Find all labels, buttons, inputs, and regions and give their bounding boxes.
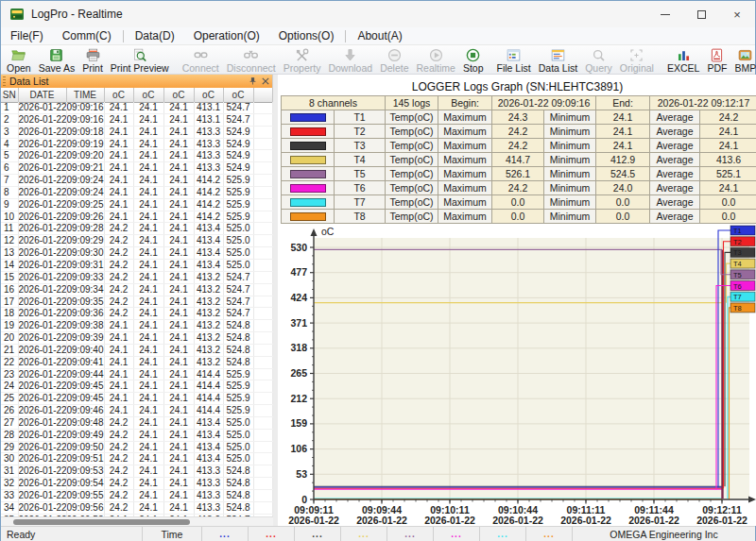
data-list-panel-title: Data List: [9, 76, 48, 87]
data-list-row[interactable]: 212026-01-2209:09:4024.124.124.1413.2524…: [1, 344, 273, 356]
data-list-row[interactable]: 72026-01-2209:09:2424.124.124.1414.2525.…: [1, 175, 273, 187]
maximize-button[interactable]: [683, 1, 719, 27]
column-header[interactable]: SN: [1, 88, 18, 102]
cell: 24.2: [104, 453, 133, 465]
bmp-button[interactable]: BMP: [730, 45, 756, 74]
pin-icon[interactable]: [249, 76, 257, 86]
data-list-row[interactable]: 252026-01-2209:09:4524.124.124.1414.4525…: [1, 393, 273, 405]
data-list-row[interactable]: 92026-01-2209:09:2524.124.124.1414.2525.…: [1, 198, 273, 211]
data-list-panel: Data List SNDATETIMEoCoCoCoCoC 12026-01-…: [1, 75, 273, 526]
svg-text:477: 477: [290, 266, 307, 278]
panel-close-icon[interactable]: [262, 77, 269, 85]
data-list-row[interactable]: 162026-01-2209:09:3424.224.124.1413.2524…: [1, 283, 273, 296]
cell: 24.2: [104, 223, 133, 235]
cell: [253, 405, 273, 417]
open-button[interactable]: Open: [3, 45, 35, 74]
cell: 2026-01-22: [18, 501, 66, 514]
save-as-button[interactable]: Save As: [35, 45, 79, 74]
cell: 2026-01-22: [18, 453, 66, 465]
data-list-row[interactable]: 232026-01-2209:09:4424.124.124.1414.4525…: [1, 368, 273, 380]
print-button[interactable]: Print: [78, 45, 107, 74]
data-list-row[interactable]: 62026-01-2209:09:2124.124.124.1413.3524.…: [1, 162, 273, 175]
cell: 524.8: [223, 478, 253, 490]
column-header[interactable]: oC: [163, 88, 194, 102]
column-header[interactable]: oC: [223, 88, 253, 102]
excel-button[interactable]: EXCEL: [663, 45, 703, 74]
data-list-row[interactable]: 132026-01-2209:09:3024.224.124.1413.4525…: [1, 247, 273, 260]
cell: 24.1: [133, 113, 163, 126]
data-list-button[interactable]: Data List: [535, 45, 581, 74]
toolbar-button-label: Property: [284, 63, 321, 74]
data-list-row[interactable]: 102026-01-2209:09:2624.124.124.1414.2525…: [1, 211, 273, 223]
menu-file[interactable]: File(F): [1, 28, 53, 43]
data-list-row[interactable]: 282026-01-2209:09:4924.224.124.1413.4525…: [1, 429, 273, 441]
status-ready: Ready: [1, 527, 143, 541]
data-list-row[interactable]: 222026-01-2209:09:4124.124.124.1413.2524…: [1, 356, 273, 368]
data-list-row[interactable]: 42026-01-2209:09:1924.124.124.1413.3524.…: [1, 138, 273, 150]
menu-data[interactable]: Data(D): [126, 28, 184, 43]
data-list-row[interactable]: 52026-01-2209:09:2024.124.124.1413.3524.…: [1, 150, 273, 162]
column-header[interactable]: oC: [133, 88, 163, 102]
column-header[interactable]: oC: [104, 88, 133, 102]
data-list-row[interactable]: 292026-01-2209:09:5024.224.124.1413.4525…: [1, 441, 273, 453]
minimize-button[interactable]: [647, 1, 683, 27]
cell: 414.4: [194, 405, 223, 417]
data-list-row[interactable]: 32026-01-2209:09:1824.124.124.1413.3524.…: [1, 126, 273, 138]
data-list-table[interactable]: 12026-01-2209:09:1624.124.124.1413.1524.…: [1, 102, 273, 516]
menu-options[interactable]: Options(O): [269, 28, 344, 43]
data-list-row[interactable]: 332026-01-2209:09:5524.224.124.1413.3524…: [1, 490, 273, 502]
cell: 413.3: [194, 478, 223, 490]
column-header[interactable]: oC: [194, 88, 223, 102]
cell: 24.1: [133, 175, 163, 187]
cell: 09:09:41: [66, 356, 104, 368]
data-list-row[interactable]: 22026-01-2209:09:1624.124.124.1413.1524.…: [1, 113, 273, 126]
close-button[interactable]: ×: [719, 1, 755, 27]
data-list-row[interactable]: 242026-01-2209:09:4524.124.124.1414.4525…: [1, 380, 273, 393]
data-list-row[interactable]: 12026-01-2209:09:1624.124.124.1413.1524.…: [1, 102, 273, 113]
summary-header-cell: 145 logs: [386, 96, 438, 110]
column-header[interactable]: [253, 88, 273, 102]
data-list-row[interactable]: 152026-01-2209:09:3324.224.124.1413.2524…: [1, 271, 273, 283]
menu-operation[interactable]: Operation(O): [184, 28, 269, 43]
status-channel-t1: ...: [202, 527, 249, 541]
print-preview-button[interactable]: Print Preview: [107, 45, 173, 74]
data-list-row[interactable]: 112026-01-2209:09:2824.224.124.1413.4525…: [1, 223, 273, 235]
column-header[interactable]: DATE: [18, 88, 66, 102]
svg-text:0: 0: [301, 494, 307, 505]
menu-about[interactable]: About(A): [348, 28, 411, 43]
data-list-row[interactable]: 202026-01-2209:09:3924.124.124.1413.2524…: [1, 332, 273, 345]
data-list-row[interactable]: 322026-01-2209:09:5424.224.124.1413.3524…: [1, 478, 273, 490]
stop-button[interactable]: Stop: [459, 45, 488, 74]
menu-comm[interactable]: Comm(C): [53, 28, 121, 43]
panel-grip[interactable]: [3, 76, 6, 86]
scrollbar-thumb[interactable]: [13, 519, 190, 525]
data-list-row[interactable]: 262026-01-2209:09:4624.124.124.1414.4525…: [1, 405, 273, 417]
column-header[interactable]: TIME: [66, 88, 104, 102]
data-list-row[interactable]: 142026-01-2209:09:3124.224.124.1413.4525…: [1, 259, 273, 271]
data-list-row[interactable]: 302026-01-2209:09:5124.224.124.1413.4525…: [1, 453, 273, 465]
app-logo-icon: [9, 7, 25, 22]
cell: 414.2: [194, 211, 223, 223]
cell: 24.1: [104, 186, 133, 198]
cell: 2026-01-22: [18, 235, 66, 247]
data-list-row[interactable]: 342026-01-2209:09:5624.224.124.1413.3524…: [1, 501, 273, 514]
cell: 413.4: [194, 441, 223, 453]
data-list-row[interactable]: 192026-01-2209:09:3824.124.124.1413.2524…: [1, 320, 273, 332]
pdf-button[interactable]: PDF: [703, 45, 730, 74]
cell: 2026-01-22: [18, 211, 66, 223]
data-list-row[interactable]: 272026-01-2209:09:4824.224.124.1413.4525…: [1, 416, 273, 429]
cell: 7: [1, 175, 18, 187]
horizontal-scrollbar[interactable]: [1, 516, 273, 526]
data-list-row[interactable]: 312026-01-2209:09:5324.224.124.1413.3524…: [1, 465, 273, 478]
file-list-button[interactable]: File List: [493, 45, 535, 74]
data-list-row[interactable]: 82026-01-2209:09:2424.124.124.1414.2525.…: [1, 186, 273, 198]
cell: 22: [1, 356, 18, 368]
cell: 24.1: [163, 356, 194, 368]
data-list-row[interactable]: 182026-01-2209:09:3624.224.124.1413.2524…: [1, 308, 273, 320]
cell: 525.0: [223, 247, 253, 260]
cell: 24.1: [133, 380, 163, 393]
cell: 524.8: [223, 356, 253, 368]
channel-cell: Temp(oC): [386, 181, 438, 195]
data-list-row[interactable]: 122026-01-2209:09:2924.224.124.1413.4525…: [1, 235, 273, 247]
data-list-row[interactable]: 172026-01-2209:09:3524.224.124.1413.2524…: [1, 296, 273, 308]
